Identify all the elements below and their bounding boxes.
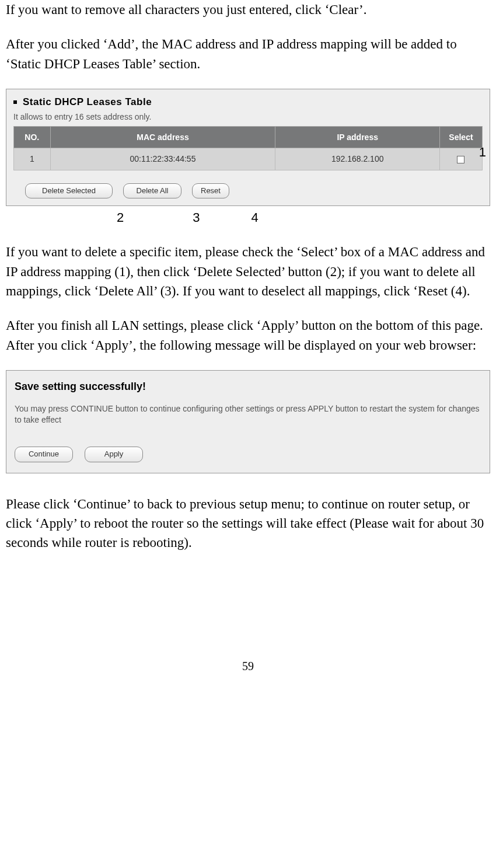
dhcp-leases-panel: Static DHCP Leases Table It allows to en… [6, 89, 490, 206]
continue-button[interactable]: Continue [15, 447, 73, 462]
dhcp-table: NO. MAC address IP address Select 1 00:1… [13, 126, 483, 170]
bullet-icon [13, 100, 17, 104]
dhcp-button-row: Delete Selected Delete All Reset [13, 183, 483, 199]
delete-selected-button[interactable]: Delete Selected [25, 183, 113, 199]
cell-ip: 192.168.2.100 [275, 148, 440, 170]
dhcp-panel-subtitle: It allows to entry 16 sets address only. [13, 111, 483, 123]
header-ip: IP address [275, 126, 440, 148]
apply-button[interactable]: Apply [85, 447, 143, 462]
header-no: NO. [14, 126, 51, 148]
paragraph-add: After you clicked ‘Add’, the MAC address… [6, 34, 490, 74]
callout-3: 3 [193, 208, 200, 227]
cell-select [439, 148, 482, 170]
paragraph-continue: Please click ‘Continue’ to back to previ… [6, 494, 490, 553]
callout-1: 1 [479, 143, 486, 162]
page-number: 59 [6, 658, 490, 675]
header-select: Select [439, 126, 482, 148]
cell-mac: 00:11:22:33:44:55 [50, 148, 275, 170]
callout-2: 2 [117, 208, 124, 227]
paragraph-clear: If you want to remove all characters you… [6, 0, 490, 19]
cell-no: 1 [14, 148, 51, 170]
save-panel-message: You may press CONTINUE button to continu… [15, 403, 481, 426]
save-panel-title: Save setting successfully! [15, 379, 481, 394]
select-checkbox[interactable] [457, 156, 464, 163]
save-panel-buttons: Continue Apply [15, 447, 481, 462]
delete-all-button[interactable]: Delete All [123, 183, 181, 199]
header-mac: MAC address [50, 126, 275, 148]
callout-row: 2 3 4 [6, 208, 490, 227]
reset-button[interactable]: Reset [192, 183, 229, 199]
table-row: 1 00:11:22:33:44:55 192.168.2.100 [14, 148, 483, 170]
dhcp-panel-title: Static DHCP Leases Table [23, 95, 152, 110]
callout-4: 4 [252, 208, 259, 227]
save-panel: Save setting successfully! You may press… [6, 370, 490, 473]
paragraph-apply: After you finish all LAN settings, pleas… [6, 316, 490, 355]
table-header-row: NO. MAC address IP address Select [14, 126, 483, 148]
paragraph-delete: If you want to delete a specific item, p… [6, 242, 490, 301]
